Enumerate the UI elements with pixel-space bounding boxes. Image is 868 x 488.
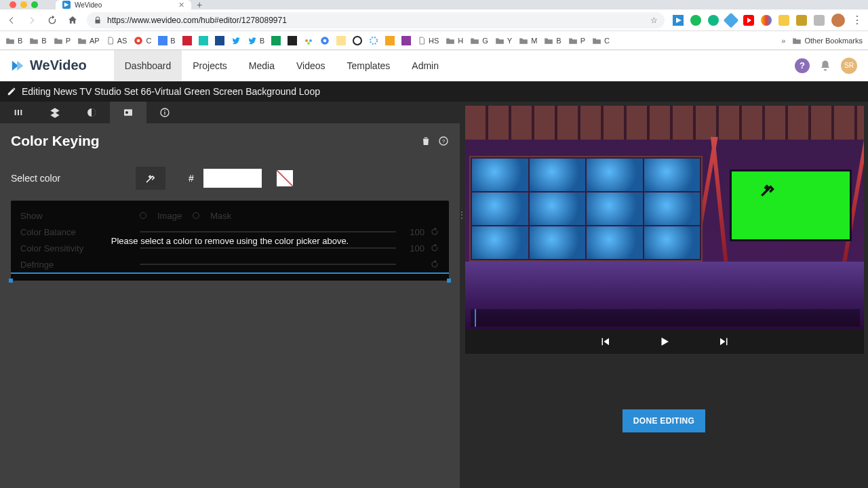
bookmark-item[interactable] [369, 36, 378, 45]
svg-rect-8 [182, 36, 192, 45]
left-panel: Color Keying ? Select color # [0, 102, 460, 488]
svg-point-14 [309, 39, 312, 42]
bookmark-item[interactable] [385, 36, 395, 45]
bookmark-item[interactable] [401, 36, 411, 45]
chrome-menu-icon[interactable]: ⋮ [852, 14, 863, 26]
eyedropper-icon [144, 172, 157, 184]
hex-input[interactable] [203, 169, 262, 188]
bookmark-item[interactable] [182, 36, 192, 45]
nav-dashboard[interactable]: Dashboard [114, 50, 182, 81]
done-editing-button[interactable]: DONE EDITING [623, 409, 705, 432]
ext-icon[interactable] [761, 15, 772, 26]
svg-rect-7 [158, 36, 167, 45]
ext-icon[interactable] [708, 15, 719, 26]
video-preview[interactable] [465, 106, 864, 329]
tab-title: WeVideo [75, 1, 102, 9]
bookmark-item[interactable]: Y [495, 37, 512, 45]
bookmark-item[interactable] [231, 36, 241, 45]
nav-videos[interactable]: Videos [285, 50, 336, 81]
bookmarks-overflow-icon[interactable]: » [781, 37, 785, 45]
bookmark-item[interactable]: G [470, 37, 488, 45]
green-screen [730, 169, 852, 241]
ext-icon[interactable] [814, 15, 825, 26]
svg-point-20 [370, 37, 377, 44]
bookmark-item[interactable] [320, 36, 330, 45]
nav-admin[interactable]: Admin [401, 50, 450, 81]
tab-adjust-icon[interactable] [0, 102, 37, 123]
ext-icon[interactable] [796, 15, 807, 26]
play-button[interactable] [658, 336, 671, 348]
tab-layers-icon[interactable] [37, 102, 73, 123]
bookmark-item[interactable]: B [158, 36, 175, 45]
browser-tab[interactable]: WeVideo ✕ [56, 0, 191, 9]
bookmark-item[interactable]: HS [418, 36, 439, 45]
bookmark-item[interactable] [304, 36, 313, 45]
close-window-button[interactable] [9, 1, 16, 8]
prev-frame-button[interactable] [599, 336, 611, 348]
user-avatar[interactable]: SR [841, 58, 857, 74]
nav-templates[interactable]: Templates [336, 50, 401, 81]
forward-button[interactable] [26, 14, 38, 26]
svg-marker-24 [17, 60, 23, 70]
trash-icon[interactable] [420, 136, 431, 146]
editor-title: Editing News TV Studio Set 66-Virtual Gr… [22, 86, 320, 97]
bookmark-item[interactable]: B [248, 36, 264, 45]
next-frame-button[interactable] [718, 336, 730, 348]
svg-point-27 [125, 111, 128, 114]
bookmark-item[interactable] [199, 36, 208, 45]
editor: Editing News TV Studio Set 66-Virtual Gr… [0, 81, 868, 488]
tab-chroma-key-icon[interactable] [110, 102, 146, 123]
bookmark-item[interactable]: B [29, 37, 46, 45]
bookmark-item[interactable]: B [544, 37, 561, 45]
eyedropper-button[interactable] [136, 167, 165, 190]
minimize-window-button[interactable] [20, 1, 27, 8]
bookmark-item[interactable] [271, 36, 281, 45]
right-panel: ⋮ [460, 102, 868, 488]
bookmark-item[interactable]: AP [77, 37, 100, 45]
notifications-icon[interactable] [819, 60, 831, 72]
bookmark-item[interactable] [215, 36, 224, 45]
svg-rect-30 [164, 110, 165, 110]
address-bar[interactable]: https://www.wevideo.com/hub#editor/12780… [87, 12, 665, 28]
bookmark-item[interactable] [353, 36, 362, 45]
profile-avatar[interactable] [831, 14, 845, 27]
reload-button[interactable] [46, 14, 58, 26]
bookmark-item[interactable]: P [54, 37, 71, 45]
help-icon[interactable]: ? [438, 136, 449, 146]
bookmark-item[interactable]: AS [106, 36, 127, 45]
other-bookmarks[interactable]: Other Bookmarks [792, 37, 863, 45]
bookmark-item[interactable]: P [568, 37, 585, 45]
ext-icon[interactable] [778, 15, 789, 26]
nav-media[interactable]: Media [238, 50, 285, 81]
browser-chrome: WeVideo ✕ + https://www.wevideo.com/hub#… [0, 0, 868, 50]
home-button[interactable] [66, 14, 79, 26]
ext-icon[interactable] [743, 15, 754, 26]
svg-rect-21 [385, 36, 395, 45]
new-tab-button[interactable]: + [197, 0, 202, 10]
ext-icon[interactable] [690, 15, 701, 26]
bookmark-item[interactable]: B [5, 37, 22, 45]
bookmark-item[interactable]: C [134, 36, 151, 45]
bookmark-item[interactable]: C [592, 37, 610, 45]
back-button[interactable] [5, 14, 18, 26]
color-swatch[interactable] [277, 170, 293, 186]
maximize-window-button[interactable] [31, 1, 38, 8]
svg-point-19 [353, 37, 361, 45]
tab-info-icon[interactable] [146, 102, 183, 123]
ext-icon[interactable] [673, 15, 684, 26]
tab-contrast-icon[interactable] [73, 102, 110, 123]
wevideo-favicon [62, 1, 71, 9]
nav-projects[interactable]: Projects [182, 50, 238, 81]
help-button[interactable]: ? [795, 58, 810, 73]
star-icon[interactable]: ☆ [650, 16, 658, 25]
bookmark-item[interactable] [288, 36, 297, 45]
tab-close-icon[interactable]: ✕ [178, 1, 184, 9]
brand-text: WeVideo [30, 58, 87, 73]
extension-icons: ⋮ [673, 14, 863, 27]
ext-icon[interactable] [724, 12, 739, 28]
svg-marker-0 [64, 3, 68, 7]
bookmark-item[interactable]: H [446, 37, 463, 45]
bookmark-item[interactable] [336, 36, 346, 45]
bookmark-item[interactable]: M [519, 37, 537, 45]
wevideo-logo[interactable]: WeVideo [11, 58, 87, 73]
